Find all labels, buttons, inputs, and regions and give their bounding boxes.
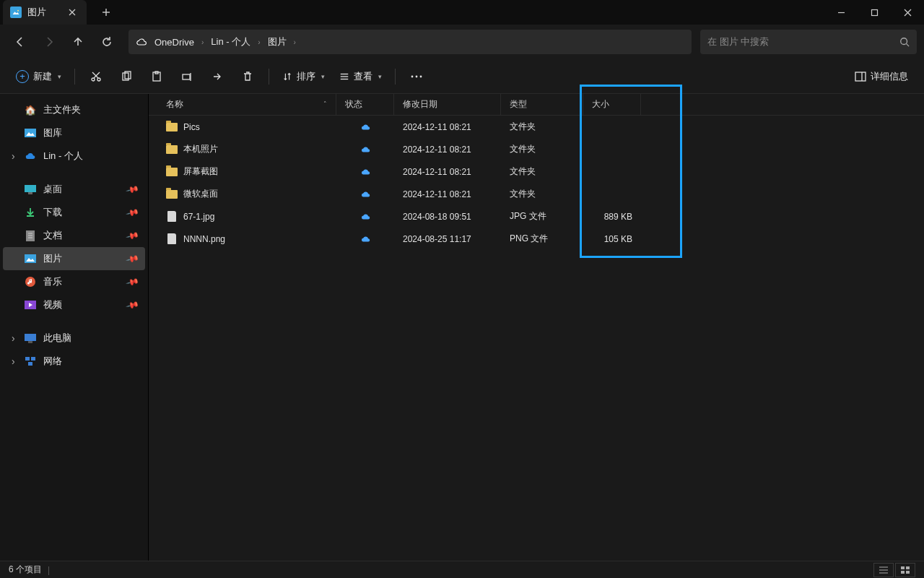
file-row[interactable]: 微软桌面2024-12-11 08:21文件夹 — [149, 183, 924, 205]
sidebar-this-pc[interactable]: 此电脑 — [3, 327, 145, 350]
maximize-button[interactable] — [858, 0, 891, 25]
close-tab-button[interactable] — [66, 7, 78, 18]
search-placeholder: 在 图片 中搜索 — [707, 35, 899, 48]
sidebar-music[interactable]: 音乐📌 — [3, 270, 145, 293]
window-controls — [824, 0, 924, 25]
document-icon — [25, 230, 36, 241]
search-icon — [899, 37, 910, 47]
sort-label: 排序 — [297, 70, 315, 83]
cut-button[interactable] — [82, 64, 110, 89]
new-button[interactable]: + 新建 ▾ — [10, 64, 67, 89]
file-icon — [166, 211, 178, 223]
breadcrumb-item[interactable]: Lin - 个人 — [208, 34, 253, 50]
file-row[interactable]: 67-1.jpg2024-08-18 09:51JPG 文件889 KB — [149, 205, 924, 228]
pictures-icon — [10, 7, 22, 18]
up-button[interactable] — [65, 29, 91, 55]
video-icon — [25, 299, 36, 311]
search-input[interactable]: 在 图片 中搜索 — [700, 30, 917, 54]
item-count: 6 个项目 — [9, 564, 42, 576]
svg-rect-21 — [183, 74, 190, 79]
view-label: 查看 — [354, 70, 372, 83]
svg-line-12 — [907, 44, 910, 47]
list-view-toggle[interactable] — [873, 563, 894, 577]
close-window-button[interactable] — [891, 0, 924, 25]
details-pane-button[interactable]: 详细信息 — [849, 64, 914, 89]
file-name-cell: 屏幕截图 — [149, 160, 336, 183]
file-icon — [166, 233, 178, 245]
back-button[interactable] — [7, 29, 33, 55]
column-name[interactable]: 名称˄ — [149, 94, 336, 115]
svg-point-27 — [416, 75, 418, 77]
chevron-right-icon: › — [294, 38, 296, 46]
share-button[interactable] — [204, 64, 231, 89]
file-row[interactable]: Pics2024-12-11 08:21文件夹 — [149, 116, 924, 138]
file-row[interactable]: 屏幕截图2024-12-11 08:21文件夹 — [149, 160, 924, 183]
cloud-status-icon — [360, 191, 371, 198]
minimize-button[interactable] — [824, 0, 858, 25]
sidebar-pictures[interactable]: 图片📌 — [3, 247, 145, 270]
sidebar-desktop[interactable]: 桌面📌 — [3, 178, 145, 201]
file-date-cell: 2024-12-11 08:21 — [394, 116, 501, 138]
sidebar-documents[interactable]: 文档📌 — [3, 224, 145, 247]
toolbar: + 新建 ▾ 排序 ▾ 查看 ▾ 详细信息 — [0, 59, 924, 94]
svg-rect-46 — [25, 357, 30, 361]
file-row[interactable]: NNNN.png2024-08-25 11:17PNG 文件105 KB — [149, 228, 924, 250]
column-type[interactable]: 类型 — [501, 94, 583, 115]
chevron-down-icon: ▾ — [378, 73, 382, 80]
file-name-cell: 67-1.jpg — [149, 205, 336, 228]
breadcrumb-item[interactable]: OneDrive — [152, 35, 197, 49]
file-date-cell: 2024-08-18 09:51 — [394, 205, 501, 228]
file-type-cell: 文件夹 — [501, 183, 583, 205]
file-size-cell — [583, 183, 641, 205]
grid-view-toggle[interactable] — [895, 563, 915, 577]
paste-button[interactable] — [143, 64, 170, 89]
forward-button[interactable] — [36, 29, 62, 55]
column-size[interactable]: 大小 — [583, 94, 641, 115]
file-row[interactable]: 本机照片2024-12-11 08:21文件夹 — [149, 138, 924, 160]
file-list: 名称˄ 状态 修改日期 类型 大小 Pics2024-12-11 08:21文件… — [149, 94, 924, 561]
download-icon — [25, 207, 36, 218]
sidebar-gallery[interactable]: 图库 — [3, 121, 145, 144]
sidebar-network[interactable]: 网络 — [3, 350, 145, 373]
pc-icon — [25, 332, 36, 344]
svg-point-2 — [17, 10, 19, 12]
svg-point-13 — [92, 78, 95, 81]
file-date-cell: 2024-08-25 11:17 — [394, 228, 501, 250]
chevron-right-icon: › — [201, 38, 204, 46]
details-label: 详细信息 — [871, 70, 908, 83]
details-pane-icon — [855, 72, 866, 82]
gallery-icon — [25, 127, 36, 139]
sidebar-home[interactable]: 🏠主文件夹 — [3, 98, 145, 121]
delete-button[interactable] — [234, 64, 261, 89]
rename-button[interactable] — [173, 64, 201, 89]
cloud-status-icon — [360, 168, 371, 176]
column-date[interactable]: 修改日期 — [394, 94, 501, 115]
window-tab[interactable]: 图片 — [3, 0, 87, 25]
pin-icon: 📌 — [126, 298, 140, 312]
plus-circle-icon: + — [16, 70, 29, 83]
column-status[interactable]: 状态 — [336, 94, 394, 115]
view-button[interactable]: 查看 ▾ — [334, 64, 388, 89]
sidebar-videos[interactable]: 视频📌 — [3, 293, 145, 316]
more-button[interactable] — [403, 64, 430, 89]
new-tab-button[interactable] — [94, 0, 118, 25]
svg-point-11 — [901, 38, 907, 45]
column-headers: 名称˄ 状态 修改日期 类型 大小 — [149, 94, 924, 116]
music-icon — [25, 276, 36, 288]
breadcrumb-item[interactable]: 图片 — [265, 34, 289, 50]
file-status-cell — [336, 138, 394, 160]
refresh-button[interactable] — [94, 29, 120, 55]
svg-rect-53 — [906, 566, 910, 569]
file-type-cell: 文件夹 — [501, 138, 583, 160]
sidebar-downloads[interactable]: 下载📌 — [3, 201, 145, 224]
cloud-status-icon — [360, 146, 371, 153]
network-icon — [25, 355, 36, 367]
svg-rect-39 — [25, 254, 36, 263]
copy-button[interactable] — [113, 64, 140, 89]
breadcrumb[interactable]: OneDrive › Lin - 个人 › 图片 › — [128, 30, 692, 54]
sort-button[interactable]: 排序 ▾ — [276, 64, 331, 89]
chevron-right-icon: › — [258, 38, 260, 46]
file-type-cell: JPG 文件 — [501, 205, 583, 228]
sidebar-lin-personal[interactable]: Lin - 个人 — [3, 144, 145, 168]
toolbar-divider — [74, 69, 75, 85]
